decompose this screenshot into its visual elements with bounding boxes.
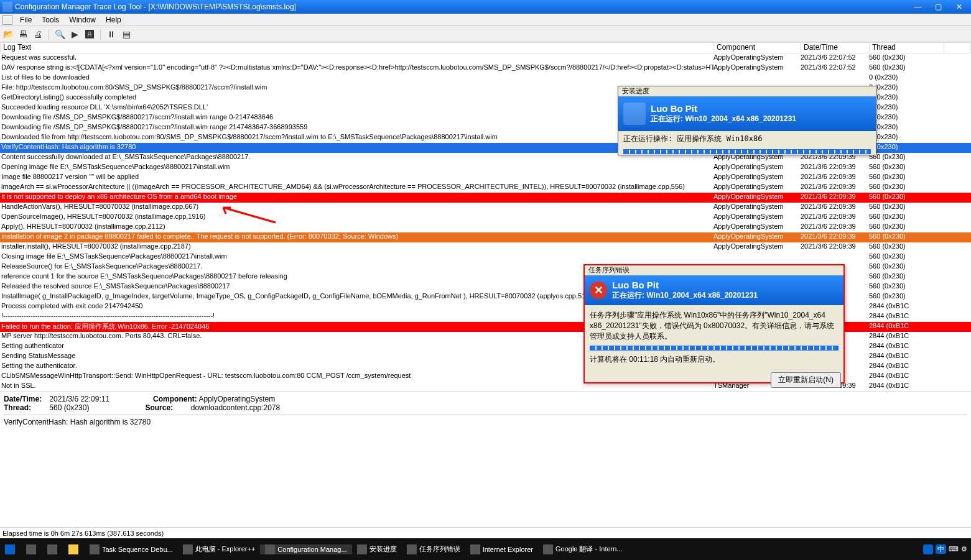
menu-help[interactable]: Help — [101, 16, 126, 24]
cell-thread: 560 (0x230) — [869, 203, 944, 213]
cell-logtext: Installation of image 2 in package 88800… — [0, 232, 713, 242]
log-row[interactable]: OpenSourceImage(), HRESULT=80070032 (ins… — [0, 213, 971, 223]
close-button[interactable]: ✕ — [950, 2, 969, 11]
menu-bar: File Tools Window Help — [0, 14, 971, 26]
minimize-button[interactable]: — — [908, 2, 927, 11]
cell-thread: 0 (0x230) — [869, 73, 944, 83]
cell-thread: 560 (0x230) — [869, 53, 944, 63]
find-next-button[interactable]: ▶ — [69, 29, 80, 40]
cell-component — [713, 73, 801, 83]
error-dialog[interactable]: 任务序列错误 ✕ Luo Bo Pit 正在运行: Win10_2004_x64… — [583, 264, 845, 383]
progress-bar — [623, 149, 871, 154]
system-menu-icon[interactable] — [2, 15, 12, 25]
header-thread[interactable]: Thread — [870, 43, 944, 53]
cell-thread: 0 (0x230) — [869, 143, 944, 153]
cell-component: ApplyOperatingSystem — [713, 232, 801, 242]
cell-thread: 0 (0x230) — [869, 133, 944, 143]
explorer-button[interactable] — [63, 538, 83, 560]
tray-icon[interactable] — [923, 544, 933, 554]
taskbar-item[interactable]: 安装进度 — [352, 544, 402, 554]
log-row[interactable]: HandleActionVars(), HRESULT=80070032 (in… — [0, 203, 971, 213]
open-button[interactable]: 📂 — [2, 29, 14, 40]
window-title: Configuration Manager Trace Log Tool - [… — [15, 2, 908, 11]
cell-thread: 560 (0x230) — [869, 242, 944, 252]
log-row[interactable]: imageArch == si.wProcessorArchitecture |… — [0, 183, 971, 193]
progress-dialog[interactable]: 安装进度 Luo Bo Pit 正在运行: Win10_2004_x64 x86… — [618, 86, 876, 155]
find-button[interactable]: 🔍 — [54, 29, 65, 40]
keyboard-icon[interactable]: ⌨ — [949, 545, 959, 553]
status-bar: Elapsed time is 0h 6m 27s 613ms (387.613… — [0, 527, 971, 538]
taskbar-item[interactable]: 此电脑 - Explorer++ — [178, 544, 261, 554]
restart-now-button[interactable]: 立即重新启动(N) — [771, 372, 841, 388]
maximize-button[interactable]: ▢ — [929, 2, 948, 11]
start-button[interactable] — [0, 538, 20, 560]
cell-logtext: File: http://testsccm.luobotou.com:80/SM… — [0, 83, 713, 93]
menu-window[interactable]: Window — [64, 16, 101, 24]
cell-thread: 560 (0x230) — [869, 252, 944, 262]
cell-thread: 560 (0x230) — [869, 193, 944, 203]
wrap-button[interactable]: ▤ — [121, 29, 132, 40]
search-button[interactable] — [21, 538, 41, 560]
separator — [49, 29, 49, 40]
column-headers: Log Text Component Date/Time Thread — [0, 42, 971, 53]
progress-icon — [623, 103, 646, 125]
log-row[interactable]: Opening image file E:\_SMSTaskSequence\P… — [0, 163, 971, 173]
taskbar-item[interactable]: Google 翻译 - Intern... — [538, 544, 628, 554]
menu-tools[interactable]: Tools — [37, 16, 64, 24]
log-row[interactable]: Image file 88800217 version "" will be a… — [0, 173, 971, 183]
cell-datetime — [801, 73, 869, 83]
error-countdown: 计算机将在 00:11:18 内自动重新启动。 — [590, 354, 839, 365]
log-row[interactable]: DAV response string is:<![CDATA[<?xml ve… — [0, 63, 971, 73]
print-all-button[interactable]: 🖨 — [32, 29, 44, 40]
log-row[interactable]: Apply(), HRESULT=80070032 (installimage.… — [0, 223, 971, 232]
cell-datetime: 2021/3/6 22:09:39 — [801, 173, 869, 183]
print-button[interactable]: 🖶 — [17, 29, 29, 40]
cell-datetime: 2021/3/6 22:09:39 — [801, 232, 869, 242]
cell-component: ApplyOperatingSystem — [713, 63, 801, 73]
header-logtext[interactable]: Log Text — [1, 43, 714, 53]
detail-comp-label: Component: — [153, 395, 197, 403]
taskbar-item-icon — [265, 544, 275, 554]
task-view-button[interactable] — [42, 538, 62, 560]
cell-thread: 2844 (0xB1C — [869, 362, 944, 372]
cell-thread: 560 (0x230) — [869, 223, 944, 232]
cell-logtext: HandleActionVars(), HRESULT=80070032 (in… — [0, 203, 713, 213]
cell-logtext: imageArch == si.wProcessorArchitecture |… — [0, 183, 713, 193]
log-row[interactable]: Closing image file E:\_SMSTaskSequence\P… — [0, 252, 971, 262]
highlight-button[interactable]: 🅰 — [84, 29, 95, 40]
error-icon: ✕ — [590, 282, 607, 299]
cell-thread: 560 (0x230) — [869, 163, 944, 173]
pause-button[interactable]: ⏸ — [106, 29, 117, 40]
header-datetime[interactable]: Date/Time — [801, 43, 870, 53]
cell-thread: 0 (0x230) — [869, 123, 944, 133]
taskbar-item-label: Google 翻译 - Intern... — [555, 544, 623, 554]
log-row[interactable]: Installation of image 2 in package 88800… — [0, 232, 971, 242]
menu-file[interactable]: File — [15, 16, 37, 24]
log-row[interactable]: installer.install(), HRESULT=80070032 (i… — [0, 242, 971, 252]
cell-logtext: GetDirectoryListing() successfully compl… — [0, 93, 713, 103]
header-component[interactable]: Component — [714, 43, 801, 53]
taskbar-item-icon — [183, 544, 193, 554]
taskbar-item[interactable]: 任务序列错误 — [402, 544, 465, 554]
taskbar-item[interactable]: Configuration Manag... — [260, 544, 351, 554]
log-row[interactable]: Request was successful.ApplyOperatingSys… — [0, 53, 971, 63]
cell-datetime: 2021/3/6 22:09:39 — [801, 242, 869, 252]
taskbar-item[interactable]: Task Sequence Debu... — [85, 544, 178, 554]
log-row[interactable]: It is not supported to deploy an x86 arc… — [0, 193, 971, 203]
cell-component: ApplyOperatingSystem — [713, 203, 801, 213]
error-title: Luo Bo Pit — [612, 280, 758, 290]
log-row[interactable]: List of files to be downloaded0 (0x230) — [0, 73, 971, 83]
cell-logtext: Downloading file /SMS_DP_SMSPKG$/8880021… — [0, 113, 713, 123]
error-progress-bar — [590, 346, 839, 351]
taskbar-item-label: 任务序列错误 — [419, 544, 460, 554]
cell-logtext: Succeeded loading resource DLL 'X:\sms\b… — [0, 103, 713, 113]
cell-logtext: Downloaded file from http://testsccm.luo… — [0, 133, 713, 143]
settings-tray-icon[interactable]: ⚙ — [961, 545, 967, 553]
cell-component: ApplyOperatingSystem — [713, 53, 801, 63]
taskbar-item-label: Task Sequence Debu... — [102, 546, 173, 553]
detail-comp-value: ApplyOperatingSystem — [198, 395, 275, 403]
cell-datetime: 2021/3/6 22:07:52 — [801, 53, 869, 63]
taskbar-item[interactable]: Internet Explorer — [465, 544, 538, 554]
ime-indicator[interactable]: 中 — [936, 544, 946, 554]
detail-th-value: 560 (0x230) — [49, 403, 89, 412]
